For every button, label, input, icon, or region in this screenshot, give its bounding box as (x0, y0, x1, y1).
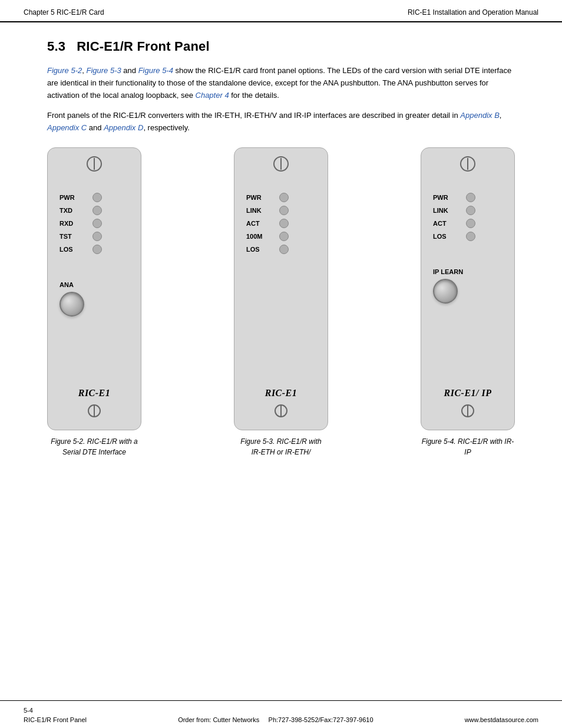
led-100m-3 (279, 232, 289, 241)
led-row-act-4: ACT (433, 219, 508, 228)
link-chapter-4[interactable]: Chapter 4 (196, 91, 229, 100)
bottom-icon-3 (273, 403, 289, 421)
main-content: 5.3 RIC-E1/R Front Panel Figure 5-2, Fig… (0, 22, 562, 700)
link-appendix-b[interactable]: Appendix B (460, 111, 500, 120)
led-row-los-4: LOS (433, 232, 508, 241)
led-label-pwr: PWR (59, 194, 88, 201)
para1-text: and (123, 66, 138, 75)
led-pwr-3 (279, 193, 289, 202)
led-row-tst: TST (59, 232, 135, 241)
led-row-los: LOS (59, 245, 135, 254)
led-row-pwr: PWR (59, 193, 135, 202)
led-label-pwr-4: PWR (433, 194, 461, 201)
led-label-txd: TXD (59, 207, 88, 214)
leds-section-3: PWR LINK ACT 100M (240, 193, 322, 258)
footer-page-number: 5-4 (24, 707, 87, 714)
led-row-los-3: LOS (246, 245, 322, 254)
led-row-pwr-3: PWR (246, 193, 322, 202)
led-label-los-3: LOS (246, 246, 275, 253)
figures-container: PWR TXD RXD TST (47, 147, 515, 457)
link-figure-2[interactable]: Figure 5-2 (47, 66, 82, 75)
device-panel-4: PWR LINK ACT LOS (421, 147, 515, 430)
bottom-icon-2 (87, 403, 102, 421)
led-label-pwr-3: PWR (246, 194, 275, 201)
caption-3-line1: Figure 5-3. RIC-E1/R with (240, 437, 321, 446)
footer-order: Order from: Cutter Networks Ph:727-398-5… (178, 716, 373, 723)
footer-section-label: RIC-E1/R Front Panel (24, 716, 87, 723)
leds-section-2: PWR TXD RXD TST (54, 193, 135, 258)
caption-3-line2: IR-ETH or IR-ETH/ (252, 448, 311, 456)
model-label-4: RIC-E1/ IP (444, 388, 492, 398)
button-label-iplearn: IP LEARN (433, 268, 463, 275)
led-link-4 (466, 206, 475, 215)
paragraph-1: Figure 5-2, Figure 5-3 and Figure 5-4 sh… (47, 65, 515, 101)
section-title: 5.3 RIC-E1/R Front Panel (47, 39, 515, 54)
leds-section-4: PWR LINK ACT LOS (427, 193, 508, 245)
page-footer: 5-4 RIC-E1/R Front Panel Order from: Cut… (0, 700, 562, 728)
link-appendix-d[interactable]: Appendix D (104, 123, 143, 132)
led-los-3 (279, 245, 289, 254)
led-los-4 (466, 232, 475, 241)
page-header: Chapter 5 RIC-E1/R Card RIC-E1 Installat… (0, 0, 562, 22)
led-label-rxd: RXD (59, 220, 88, 227)
caption-4-line1: Figure 5-4. RIC-E1/R with IR-IP (422, 437, 514, 456)
caption-4: Figure 5-4. RIC-E1/R with IR-IP (421, 436, 515, 457)
header-manual-title: RIC-E1 Installation and Operation Manual (408, 8, 538, 17)
led-label-act-3: ACT (246, 220, 275, 227)
led-row-txd: TXD (59, 206, 135, 215)
led-row-rxd: RXD (59, 219, 135, 228)
led-label-act-4: ACT (433, 220, 461, 227)
led-txd (92, 206, 102, 215)
figure-4-block: PWR LINK ACT LOS (421, 147, 515, 457)
led-label-100m-3: 100M (246, 233, 275, 240)
led-pwr-4 (466, 193, 475, 202)
device-panel-2: PWR TXD RXD TST (47, 147, 141, 430)
led-label-tst: TST (59, 233, 88, 240)
para2-end: , respectively. (143, 123, 190, 132)
link-appendix-c[interactable]: Appendix C (47, 123, 87, 132)
ana-button[interactable] (59, 292, 84, 317)
led-rxd (92, 219, 102, 228)
footer-website: www.bestdatasource.com (465, 716, 538, 723)
caption-2-line1: Figure 5-2. RIC-E1/R with a (51, 437, 137, 446)
para2-start: Front panels of the RIC-E1/R converters … (47, 111, 460, 120)
footer-left: 5-4 RIC-E1/R Front Panel (24, 707, 87, 723)
led-label-los-4: LOS (433, 233, 461, 240)
led-label-los: LOS (59, 246, 88, 253)
caption-3: Figure 5-3. RIC-E1/R with IR-ETH or IR-E… (240, 436, 321, 457)
figure-2-block: PWR TXD RXD TST (47, 147, 141, 457)
footer-order-text: Order from: Cutter Networks (178, 716, 259, 723)
device-panel-3: PWR LINK ACT 100M (234, 147, 328, 430)
header-chapter: Chapter 5 RIC-E1/R Card (24, 8, 104, 17)
caption-2-line2: Serial DTE Interface (62, 448, 126, 456)
led-act-3 (279, 219, 289, 228)
led-link-3 (279, 206, 289, 215)
section-heading: RIC-E1/R Front Panel (77, 39, 210, 54)
para1-end: for the details. (231, 91, 279, 100)
comma1: , (500, 111, 502, 120)
link-figure-4[interactable]: Figure 5-4 (138, 66, 173, 75)
button-section-4: IP LEARN (427, 268, 508, 304)
caption-2: Figure 5-2. RIC-E1/R with a Serial DTE I… (51, 436, 137, 457)
button-section-2: ANA (54, 281, 135, 317)
figure-3-block: PWR LINK ACT 100M (234, 147, 328, 457)
section-number: 5.3 (47, 39, 65, 54)
button-label-ana: ANA (59, 281, 74, 288)
footer-phone: Ph:727-398-5252/Fax:727-397-9610 (269, 716, 373, 723)
led-pwr (92, 193, 102, 202)
page: Chapter 5 RIC-E1/R Card RIC-E1 Installat… (0, 0, 562, 728)
led-row-link-4: LINK (433, 206, 508, 215)
model-label-3: RIC-E1 (265, 388, 297, 398)
top-icon-2 (85, 155, 103, 176)
para2-and: and (89, 123, 104, 132)
led-label-link-4: LINK (433, 207, 461, 214)
link-figure-3[interactable]: Figure 5-3 (86, 66, 121, 75)
led-row-pwr-4: PWR (433, 193, 508, 202)
paragraph-2: Front panels of the RIC-E1/R converters … (47, 110, 515, 134)
model-label-2: RIC-E1 (78, 388, 110, 398)
led-act-4 (466, 219, 475, 228)
led-row-link-3: LINK (246, 206, 322, 215)
led-row-100m-3: 100M (246, 232, 322, 241)
led-label-link-3: LINK (246, 207, 275, 214)
ip-learn-button[interactable] (433, 279, 458, 304)
